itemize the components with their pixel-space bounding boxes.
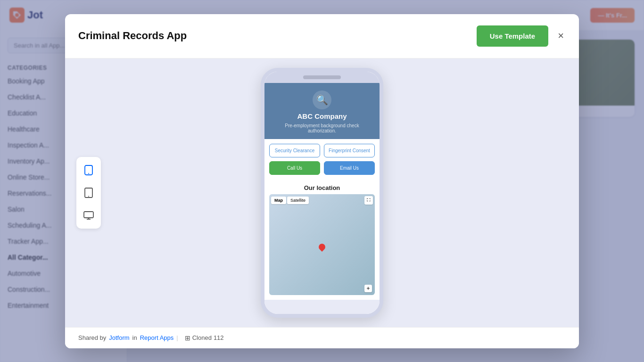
phone-screen: 🔍 ABC Company Pre-employment background … [264, 83, 380, 314]
cloned-count: 112 [214, 334, 224, 341]
phone-fingerprint-btn: Fingerprint Consent [324, 144, 375, 157]
modal-header-right: Use Template × [477, 25, 566, 47]
map-zoom-btn: + [364, 285, 372, 292]
map-pin [317, 242, 327, 252]
phone-email-btn: Email Us [324, 161, 375, 175]
footer-cloned-section: ⊞ Cloned 112 [181, 334, 224, 342]
map-controls: Map Satellite ⛶ [271, 196, 373, 205]
phone-notch [264, 72, 380, 83]
jotform-footer-link[interactable]: Jotform [109, 334, 129, 341]
modal-overlay: Criminal Records App Use Template × [0, 0, 644, 362]
modal-title: Criminal Records App [78, 30, 187, 42]
phone-call-btn: Call Us [269, 161, 320, 175]
layers-icon: ⊞ [185, 334, 190, 342]
phone-notch-bar [303, 75, 341, 79]
cloned-label: Cloned [192, 334, 212, 341]
phone-subtitle: Pre-employment background check authoriz… [270, 123, 374, 133]
use-template-button[interactable]: Use Template [477, 25, 548, 47]
close-button[interactable]: × [556, 29, 566, 43]
app-header-icon: 🔍 [313, 90, 331, 109]
phone-mockup: 🔍 ABC Company Pre-employment background … [261, 68, 383, 318]
modal: Criminal Records App Use Template × [65, 14, 579, 348]
map-placeholder: Map Satellite ⛶ + [269, 194, 375, 295]
footer-divider: | [176, 334, 178, 341]
modal-body: 🔍 ABC Company Pre-employment background … [65, 58, 579, 327]
map-tab-map: Map [271, 197, 286, 204]
phone-bottom-bar [264, 300, 380, 314]
phone-map: Map Satellite ⛶ + [269, 194, 375, 295]
map-tab-satellite: Satellite [287, 197, 309, 204]
report-apps-link[interactable]: Report Apps [140, 334, 174, 341]
phone-preview-area: 🔍 ABC Company Pre-employment background … [65, 58, 579, 327]
map-fullscreen-btn: ⛶ [364, 196, 373, 205]
modal-footer: Shared by Jotform in Report Apps | ⊞ Clo… [65, 327, 579, 348]
phone-location-section: Our location Map Satellite ⛶ + [264, 180, 380, 300]
in-label: in [132, 334, 137, 341]
phone-action-buttons: Security Clearance Fingerprint Consent C… [264, 139, 380, 180]
phone-app-header: 🔍 ABC Company Pre-employment background … [264, 83, 380, 139]
phone-security-btn: Security Clearance [269, 144, 320, 157]
shared-by-label: Shared by [78, 334, 106, 341]
phone-company-name: ABC Company [297, 112, 347, 120]
phone-location-title: Our location [269, 184, 375, 191]
modal-header: Criminal Records App Use Template × [65, 14, 579, 58]
